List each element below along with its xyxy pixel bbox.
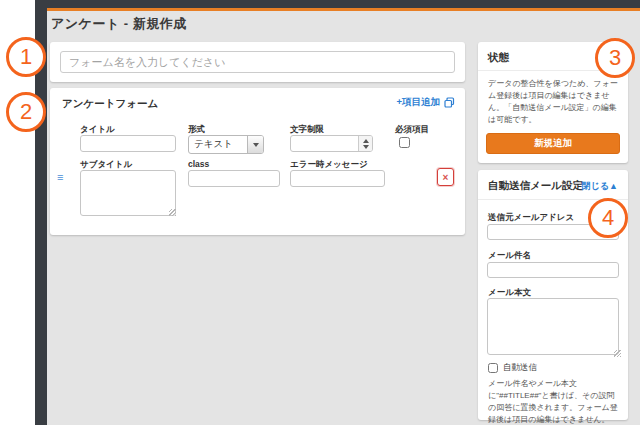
form-name-input[interactable] [60,51,455,73]
delete-row-button[interactable]: × [437,168,454,186]
format-select[interactable]: テキスト [188,135,264,154]
from-address-label: 送信元メールアドレス [488,212,574,224]
class-input[interactable] [188,170,280,187]
close-panel-link[interactable]: 閉じる▲ [582,180,618,193]
add-item-label: +項目追加 [396,96,440,109]
add-item-link[interactable]: +項目追加 [396,96,455,109]
annotation-circle-2: 2 [6,92,46,132]
create-new-button[interactable]: 新規追加 [486,133,620,154]
auto-mail-panel-title: 自動送信メール設定 [488,179,583,193]
status-panel-title: 状態 [488,51,509,65]
app-window: アンケート - 新規作成 アンケートフォーム +項目追加 ≡ タイトル 形式 テ… [0,0,640,430]
annotation-circle-3: 3 [595,38,635,78]
mail-body-textarea[interactable] [487,298,619,355]
drag-handle-icon[interactable]: ≡ [57,172,63,183]
error-message-input[interactable] [290,170,385,187]
class-label: class [188,159,209,169]
annotation-circle-4: 4 [588,198,628,238]
status-description: データの整合性を保つため、フォーム登録後は項目の編集はできません。「自動送信メー… [488,78,619,126]
mail-subject-label: メール件名 [488,250,531,262]
char-limit-stepper[interactable] [290,135,373,152]
survey-form-card: アンケートフォーム +項目追加 ≡ タイトル 形式 テキスト 文字制限 必須項目… [50,88,465,235]
copy-icon[interactable] [444,97,455,108]
auto-send-row: 自動送信 [488,362,537,374]
stepper-arrows-icon[interactable] [358,136,372,151]
title-field-input[interactable] [80,135,176,152]
survey-form-title: アンケートフォーム [62,97,158,111]
page-title: アンケート - 新規作成 [51,15,187,33]
auto-send-label: 自動送信 [503,362,537,374]
top-navigation-bar [35,0,640,11]
form-name-card [50,42,465,82]
subtitle-textarea[interactable] [80,170,176,216]
required-checkbox[interactable] [399,137,410,148]
chevron-down-icon [247,136,263,153]
auto-send-checkbox[interactable] [488,363,498,373]
annotation-circle-1: 1 [6,37,46,77]
mail-note-text: メール件名やメール本文に"##TITLE##"と書けば、その設問の回答に置換され… [488,378,620,426]
required-label: 必須項目 [395,124,429,136]
format-select-value: テキスト [189,138,247,151]
mail-subject-input[interactable] [487,262,619,278]
